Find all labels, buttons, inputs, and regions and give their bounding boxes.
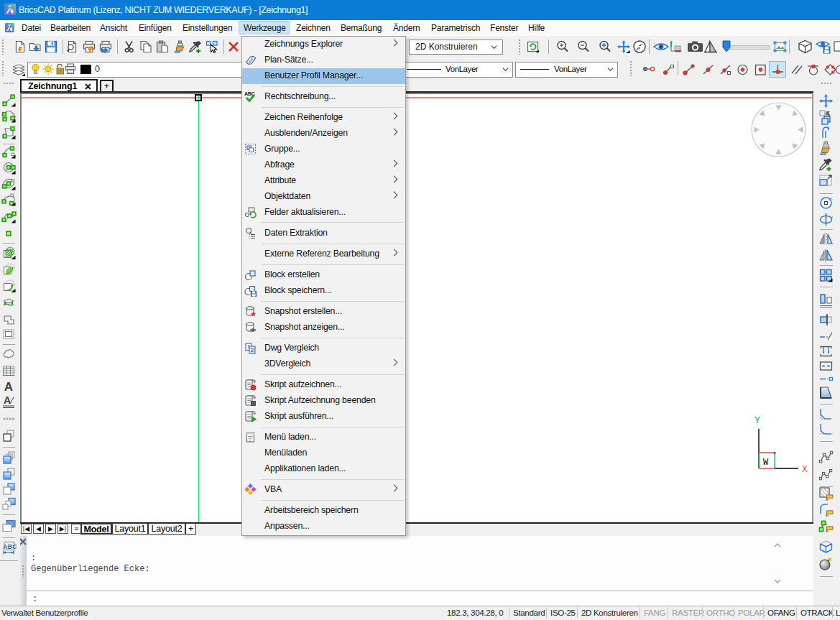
- svg-text:A: A: [4, 380, 13, 394]
- svg-text:X: X: [802, 464, 808, 475]
- svg-text:W: W: [763, 458, 769, 468]
- svg-text:ABC: ABC: [3, 543, 17, 550]
- svg-text:Y: Y: [754, 415, 760, 426]
- svg-text:A: A: [4, 394, 11, 406]
- svg-text:2: 2: [251, 348, 254, 353]
